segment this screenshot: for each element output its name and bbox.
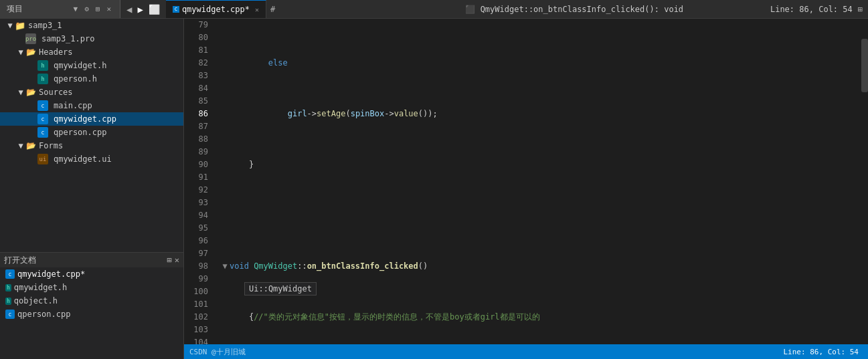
bottom-file-qpersoncpp[interactable]: c qperson.cpp	[0, 308, 183, 321]
nav-forward-btn[interactable]: ▶	[135, 4, 145, 15]
tree-qmywidget-cpp[interactable]: c qmywidget.cpp	[0, 112, 183, 126]
nav-arrows: ◀ ▶ ⬜	[120, 4, 166, 15]
ln-90: 90	[184, 158, 212, 171]
project-arrow: ▼	[5, 21, 15, 30]
ln-99: 99	[184, 273, 212, 285]
stop-btn[interactable]: ⬜	[147, 4, 162, 15]
bottom-file-qmywidgeth[interactable]: h qmywidget.h	[0, 281, 183, 294]
tree-project-root[interactable]: ▼ 📁 samp3_1	[0, 19, 183, 32]
tree-sources-folder[interactable]: ▼ 📂 Sources	[0, 86, 183, 99]
fold-83[interactable]: ▼	[220, 260, 230, 273]
breadcrumb-text: QmyWidget::on_btnClassInfo_clicked(): vo…	[481, 5, 683, 14]
ln-83: 83	[184, 70, 212, 82]
sources-label: Sources	[39, 88, 73, 97]
tree-qperson-h[interactable]: h qperson.h	[0, 72, 183, 86]
bottom-cpp-icon-1: c	[5, 269, 15, 279]
tree-pro-file[interactable]: pro samp3_1.pro	[0, 32, 183, 45]
open-docs-close-icon[interactable]: ✕	[175, 255, 179, 265]
ln-88: 88	[184, 133, 212, 146]
qmywidgeth-label: qmywidget.h	[54, 61, 106, 70]
bottom-file-label-4: qperson.cpp	[17, 310, 70, 319]
project-label: samp3_1	[28, 21, 62, 30]
open-docs-list: c qmywidget.cpp* h qmywidget.h h qobject…	[0, 267, 183, 359]
hash-icon: #	[266, 5, 279, 14]
active-file-tab-label: qmywidget.cpp*	[182, 5, 250, 14]
code-line-80: girl->setAge(spinBox->value());	[220, 108, 861, 120]
cpp-icon-3: c	[37, 127, 48, 138]
ln-102: 102	[184, 311, 212, 324]
tree-headers-folder[interactable]: ▼ 📂 Headers	[0, 45, 183, 59]
h-icon-1: h	[37, 60, 48, 71]
ln-104: 104	[184, 336, 212, 344]
ln-81: 81	[184, 44, 212, 57]
open-docs-title: 打开文档	[4, 255, 36, 266]
bottom-file-label-1: qmywidget.cpp*	[17, 269, 85, 279]
ln-85: 85	[184, 95, 212, 108]
tree-forms-folder[interactable]: ▼ 📂 Forms	[0, 139, 183, 152]
code-line-82	[220, 209, 861, 222]
h-icon-2: h	[37, 74, 48, 84]
split-icon[interactable]: ⊞	[858, 5, 863, 14]
ln-92: 92	[184, 184, 212, 197]
ln-79: 79	[184, 19, 212, 31]
file-tabs: c qmywidget.cpp* ✕ #	[166, 0, 460, 18]
open-docs-add-icon[interactable]: ⊞	[167, 255, 172, 265]
headers-label: Headers	[39, 47, 73, 57]
ln-80: 80	[184, 31, 212, 44]
ln-98: 98	[184, 260, 212, 273]
main-content: ▼ 📁 samp3_1 pro samp3_1.pro ▼ 📂 Headers	[0, 19, 868, 359]
code-text-81: }	[230, 158, 254, 171]
project-icon: 📁	[15, 20, 25, 31]
ui-label: qmywidget.ui	[54, 154, 112, 164]
bottom-file-qmywidgetcpp[interactable]: c qmywidget.cpp*	[0, 267, 183, 281]
ln-101: 101	[184, 298, 212, 311]
code-line-84: {//"类的元对象信息"按钮，显示的时类的信息，不管是boy或者girl都是可以…	[220, 311, 861, 324]
qpersonh-label: qperson.h	[54, 74, 97, 84]
cpp-icon-2: c	[37, 114, 48, 124]
pro-icon: pro	[25, 33, 36, 44]
right-scrollbar[interactable]	[861, 19, 868, 344]
ln-103: 103	[184, 324, 212, 336]
ln-87: 87	[184, 120, 212, 133]
qpersoncpp-label: qperson.cpp	[54, 128, 106, 137]
bottom-cpp-icon-2: c	[5, 310, 15, 319]
sources-icon: 📂	[25, 87, 36, 98]
file-tree: ▼ 📁 samp3_1 pro samp3_1.pro ▼ 📂 Headers	[0, 19, 183, 252]
headers-arrow: ▼	[16, 47, 25, 57]
ln-96: 96	[184, 235, 212, 247]
project-tab[interactable]: 项目 ▼ ⚙ ⊞ ✕	[0, 0, 120, 18]
active-file-tab[interactable]: c qmywidget.cpp* ✕	[166, 0, 266, 18]
code-line-81: }	[220, 158, 861, 171]
close-panel-icon[interactable]: ✕	[104, 4, 113, 14]
tree-main-cpp[interactable]: c main.cpp	[0, 99, 183, 112]
ui-icon: ui	[37, 154, 48, 164]
code-text-83: void QmyWidget::on_btnClassInfo_clicked(…	[230, 260, 428, 273]
autocomplete-tooltip: Ui::QmyWidget	[244, 282, 317, 295]
ln-100: 100	[184, 285, 212, 298]
ln-95: 95	[184, 222, 212, 235]
ln-82: 82	[184, 57, 212, 70]
code-line-83: ▼ void QmyWidget::on_btnClassInfo_clicke…	[220, 260, 861, 273]
header-right: Line: 86, Col: 54 ⊞	[765, 5, 868, 14]
ln-94: 94	[184, 209, 212, 222]
maincpp-label: main.cpp	[54, 101, 92, 110]
nav-back-btn[interactable]: ◀	[124, 4, 134, 15]
ln-89: 89	[184, 146, 212, 158]
code-editor[interactable]: 79 80 81 82 83 84 85 86 87 88 89 90 91 9…	[184, 19, 868, 359]
line-col-status: Line: 86, Col: 54	[770, 5, 853, 14]
forms-arrow: ▼	[16, 141, 25, 150]
sources-arrow: ▼	[16, 88, 25, 97]
tree-qmywidget-h[interactable]: h qmywidget.h	[0, 59, 183, 72]
breadcrumb: ⬛ QmyWidget::on_btnClassInfo_clicked(): …	[460, 3, 765, 15]
bottom-file-label-3: qobject.h	[14, 296, 58, 306]
ln-93: 93	[184, 197, 212, 209]
code-line-79: else	[220, 57, 861, 70]
status-bar: CSDN @十月旧城 Line: 86, Col: 54	[184, 344, 868, 359]
filter-icon[interactable]: ▼	[72, 4, 80, 14]
close-file-tab-btn[interactable]: ✕	[255, 6, 259, 13]
tree-qmywidget-ui[interactable]: ui qmywidget.ui	[0, 152, 183, 166]
tree-qperson-cpp[interactable]: c qperson.cpp	[0, 126, 183, 139]
bottom-file-qobjecth[interactable]: h qobject.h	[0, 294, 183, 308]
add-icon[interactable]: ⊞	[94, 4, 102, 14]
link-icon[interactable]: ⚙	[82, 4, 91, 14]
